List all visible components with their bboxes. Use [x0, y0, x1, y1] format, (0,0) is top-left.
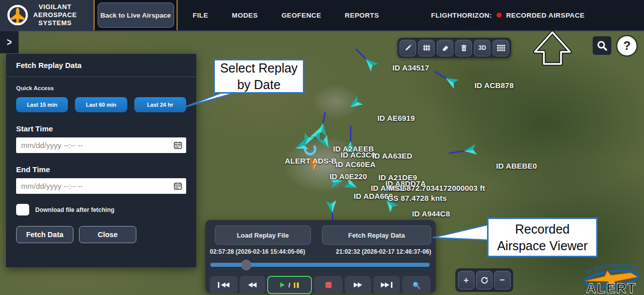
skip-end-icon [385, 282, 389, 287]
grid-icon [497, 45, 505, 51]
logo-alert-text: ALERT [586, 281, 636, 295]
panel-expander-tab[interactable]: > [0, 31, 19, 53]
map-zoom-controls: + − [455, 268, 513, 292]
menu-bar: FILE MODES GEOFENCE REPORTS [178, 0, 379, 30]
last-60-min-button[interactable]: Last 60 min [75, 97, 127, 112]
skip-to-start-button[interactable] [210, 276, 237, 294]
fetch-replay-data-button[interactable]: Fetch Replay Data [322, 226, 431, 245]
skip-to-end-button[interactable] [373, 276, 400, 294]
stop-icon [326, 282, 332, 288]
fast-forward-button[interactable] [345, 276, 371, 294]
aircraft-label: ID ACB878 [474, 81, 514, 90]
vigilant-logo-icon [6, 4, 29, 27]
end-time-label: End Time [16, 165, 186, 174]
aircraft-label: ID AC60EA [336, 160, 376, 169]
fetch-data-button[interactable]: Fetch Data [16, 226, 73, 243]
aircraft-arc-icon[interactable] [287, 127, 333, 172]
aircraft-icon[interactable] [429, 59, 474, 104]
start-time-field [16, 137, 186, 153]
replay-start-timestamp: 02:57:28 (2026-02-16 15:44:05-06) [210, 248, 305, 255]
rewind-button[interactable] [239, 276, 265, 294]
end-time-field [16, 178, 186, 194]
back-tab-section: Back to Live Airspace [94, 0, 178, 30]
panel-header: Fetch Replay Data [6, 54, 196, 77]
play-icon [280, 282, 285, 287]
top-nav-bar: VIGILANT AEROSPACE SYSTEMS Back to Live … [0, 0, 644, 31]
last-24-hr-button[interactable]: Last 24 hr [134, 97, 186, 112]
replay-end-timestamp: 21:02:32 (2026-02-17 12:46:37-06) [336, 248, 431, 255]
download-after-fetch-label: Download file after fetching [35, 206, 114, 213]
menu-geofence[interactable]: GEOFENCE [281, 12, 321, 19]
menu-modes[interactable]: MODES [232, 12, 258, 19]
aircraft-label: MSL 872.7034172000003 ft [388, 184, 485, 192]
search-button[interactable] [593, 36, 611, 55]
timeline-thumb[interactable] [241, 260, 252, 270]
eraser-icon [441, 44, 449, 52]
locate-button[interactable] [402, 276, 431, 294]
panel-title: Fetch Replay Data [16, 61, 82, 69]
search-icon [597, 40, 608, 51]
zoom-in-button[interactable]: + [458, 271, 474, 289]
download-after-fetch-checkbox[interactable] [16, 204, 29, 215]
status-indicator: FLIGHTHORIZON: RECORDED AIRSPACE [431, 0, 644, 30]
quick-access-row: Last 15 min Last 60 min Last 24 hr [16, 97, 186, 112]
aircraft-label: ID AA63ED [372, 152, 413, 160]
brand-name: VIGILANT AEROSPACE SYSTEMS [33, 3, 77, 27]
magnifier-icon [412, 281, 421, 289]
slash-divider: / [288, 281, 290, 289]
end-time-input[interactable] [21, 182, 174, 190]
eraser-button[interactable] [437, 40, 453, 56]
reset-view-button[interactable] [476, 271, 493, 289]
aircraft-icon[interactable] [448, 127, 494, 173]
measure-button[interactable] [418, 40, 435, 56]
start-time-input[interactable] [21, 141, 174, 150]
recording-dot-icon [497, 13, 502, 18]
callout-recorded-viewer: Recorded Airspace Viewer [487, 217, 598, 257]
delete-button[interactable] [455, 40, 472, 56]
aircraft-label: GS 87.4728 knts [387, 194, 447, 202]
3d-view-button[interactable]: 3D [474, 40, 491, 56]
close-button[interactable]: Close [79, 226, 136, 243]
layers-grid-button[interactable] [493, 40, 509, 56]
play-pause-button[interactable]: / [267, 276, 312, 294]
rewind-icon [252, 282, 257, 287]
calendar-icon[interactable] [174, 182, 182, 190]
rewind-triangle-icon [225, 282, 229, 287]
back-to-live-airspace-button[interactable]: Back to Live Airspace [98, 3, 174, 28]
last-15-min-button[interactable]: Last 15 min [16, 97, 68, 112]
aircraft-label: ID ABEBE0 [496, 162, 537, 170]
quick-access-label: Quick Access [16, 85, 186, 91]
zoom-out-button[interactable]: − [494, 271, 511, 289]
callout-line: by Date [237, 77, 280, 93]
app-window: ID A34517ID ACB878ID AE6919ID A2AEEBID A… [0, 0, 644, 295]
draw-pencil-button[interactable] [399, 40, 416, 56]
aircraft-label: ID A944C8 [412, 209, 450, 218]
callout-line: Select Replay [220, 60, 297, 77]
help-button[interactable]: ? [617, 36, 636, 55]
trash-icon [460, 44, 467, 52]
aircraft-icon[interactable] [348, 41, 393, 87]
chevron-right-icon: > [7, 36, 12, 49]
aircraft-label: ID A34517 [392, 63, 429, 72]
menu-reports[interactable]: REPORTS [345, 12, 379, 19]
aircraft-label: ID A0E220 [330, 172, 367, 181]
flighthorizon-alert-logo: FLIGHT HORIZON ALERT [579, 261, 644, 295]
fetch-replay-panel: Fetch Replay Data Quick Access Last 15 m… [6, 54, 196, 267]
load-replay-file-button[interactable]: Load Replay File [215, 226, 311, 245]
callout-line: Recorded [515, 221, 570, 238]
pencil-icon [404, 44, 412, 52]
calendar-icon[interactable] [174, 141, 182, 150]
stop-button[interactable] [314, 276, 343, 294]
menu-file[interactable]: FILE [193, 12, 208, 19]
fast-forward-icon [358, 282, 362, 287]
pause-icon [294, 282, 296, 288]
refresh-icon [480, 276, 489, 284]
callout-line: Airspace Viewer [497, 238, 588, 254]
timeline-slider[interactable] [210, 260, 431, 270]
status-mode: RECORDED AIRSPACE [506, 12, 585, 19]
replay-control-panel: Load Replay File Fetch Replay Data 02:57… [205, 220, 436, 293]
aircraft-label: ALERT ADS-B [285, 157, 337, 165]
aircraft-label: ID AC3C0 [341, 151, 375, 159]
3d-label: 3D [478, 44, 486, 51]
callout-select-replay: Select Replay by Date [213, 59, 304, 94]
